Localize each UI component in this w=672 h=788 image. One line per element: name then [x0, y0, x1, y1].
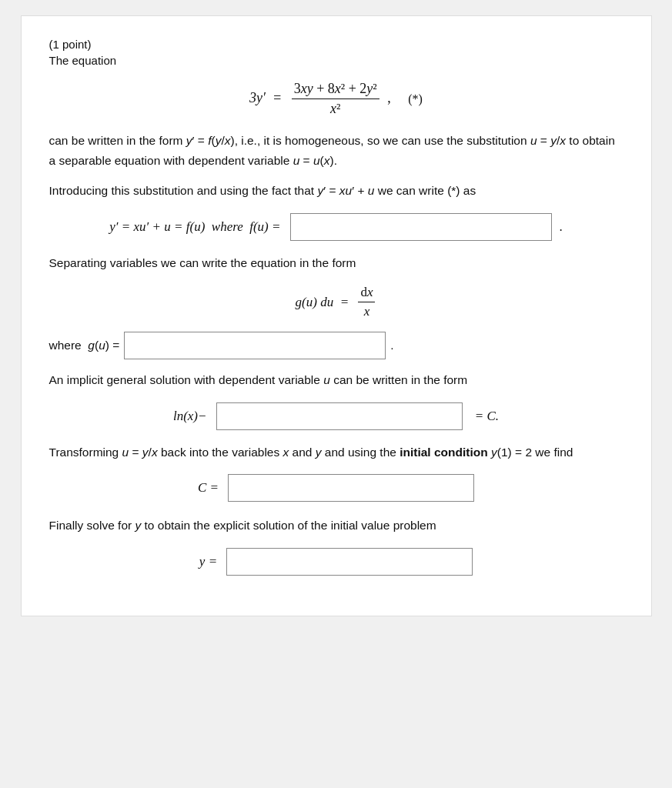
- c-equation-block: C =: [49, 474, 624, 502]
- fu-equation-block: y′ = xu′ + u = f(u) where f(u) = .: [49, 213, 624, 241]
- sep-fraction: dx x: [358, 285, 375, 319]
- fu-period: .: [560, 219, 563, 235]
- where-label: where g(u) =: [49, 339, 120, 352]
- y-lhs: y =: [199, 554, 217, 569]
- comma: ,: [387, 90, 391, 105]
- paragraph-5: Transforming u = y/x back into the varia…: [49, 442, 624, 462]
- fu-input[interactable]: [290, 213, 552, 241]
- points-label: (1 point): [49, 38, 624, 51]
- y-equation-block: y =: [49, 548, 624, 576]
- main-fraction: 3xy + 8x² + 2y² x²: [292, 81, 379, 117]
- c-lhs: C =: [198, 480, 219, 496]
- fraction-denominator: x²: [328, 99, 343, 117]
- gu-input[interactable]: [124, 332, 386, 359]
- paragraph-2: Introducing this substitution and using …: [49, 181, 624, 201]
- main-card: (1 point) The equation 3y′ = 3xy + 8x² +…: [21, 15, 652, 616]
- implicit-rhs: = C.: [472, 409, 500, 424]
- paragraph-6: Finally solve for y to obtain the explic…: [49, 516, 624, 536]
- paragraph-3: Separating variables we can write the eq…: [49, 253, 624, 273]
- implicit-equation-block: ln(x)− = C.: [49, 402, 624, 430]
- paragraph-1: can be written in the form y′ = f(y/x), …: [49, 131, 624, 170]
- c-input[interactable]: [228, 474, 474, 502]
- sep-denominator: x: [362, 302, 373, 319]
- star-label: (*): [408, 92, 423, 105]
- fraction-numerator: 3xy + 8x² + 2y²: [292, 81, 379, 99]
- implicit-input[interactable]: [216, 402, 463, 430]
- sep-numerator: dx: [358, 285, 375, 302]
- sep-equation-block: g(u) du = dx x: [49, 285, 624, 319]
- paragraph-4: An implicit general solution with depend…: [49, 370, 624, 390]
- gu-period: .: [390, 339, 393, 352]
- implicit-lhs: ln(x)−: [173, 409, 207, 424]
- eq-lhs: 3y′ =: [249, 90, 282, 105]
- intro-text: The equation: [49, 54, 624, 67]
- sep-lhs: g(u) du =: [296, 295, 353, 310]
- main-equation: 3y′ = 3xy + 8x² + 2y² x² , (*): [49, 81, 624, 117]
- where-gu-line: where g(u) = .: [49, 332, 624, 359]
- bold-initial-condition: initial condition: [400, 446, 488, 459]
- y-input[interactable]: [226, 548, 473, 576]
- fu-lhs: y′ = xu′ + u = f(u) where f(u) =: [109, 219, 280, 235]
